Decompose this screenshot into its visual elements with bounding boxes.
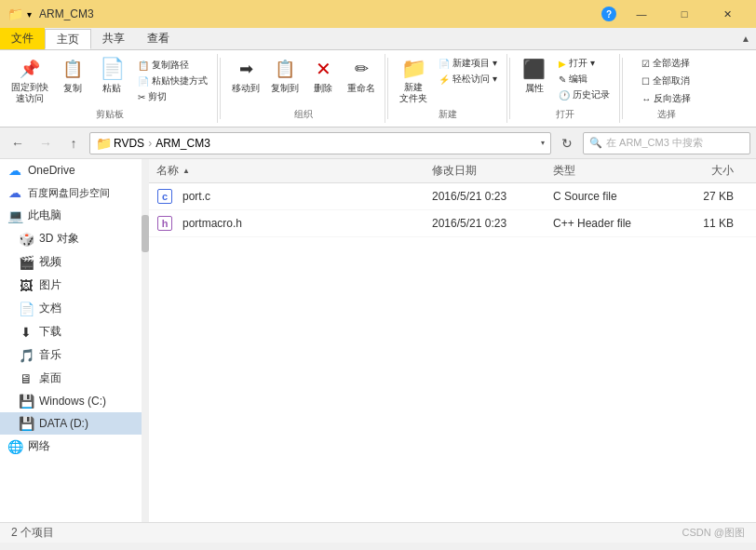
- copy-path-button[interactable]: 📋 复制路径: [134, 58, 211, 73]
- open-button[interactable]: ▶ 打开 ▾: [555, 56, 614, 71]
- minimize-button[interactable]: —: [620, 0, 663, 28]
- ribbon-content: 📌 固定到快速访问 📋 复制 📄 粘贴 📋 复制路径 📄: [0, 50, 756, 127]
- sep3: [509, 58, 510, 119]
- copy-path-icon: 📋: [138, 60, 149, 71]
- sidebar-item-network[interactable]: 🌐 网络: [0, 435, 142, 458]
- sidebar: ☁ OneDrive ☁ 百度网盘同步空间 💻 此电脑 🎲 3D 对象 🎬 视频: [0, 159, 142, 522]
- help-icon[interactable]: ?: [601, 7, 616, 21]
- delete-button[interactable]: ✕ 删除: [306, 56, 340, 97]
- paste-icon: 📄: [101, 58, 123, 80]
- file-size-portc: 27 KB: [674, 190, 749, 203]
- pin-button[interactable]: 📌 固定到快速访问: [7, 56, 52, 106]
- clipboard-group: 📌 固定到快速访问 📋 复制 📄 粘贴 📋 复制路径 📄: [2, 54, 218, 123]
- copy-button[interactable]: 📋 复制: [56, 56, 89, 97]
- ribbon-collapse-btn[interactable]: ▲: [736, 28, 756, 49]
- breadcrumb-bar[interactable]: 📁 RVDS › ARM_CM3 ▾: [89, 132, 551, 154]
- sidebar-item-3d-label: 3D 对象: [39, 231, 79, 247]
- col-date-header[interactable]: 修改日期: [432, 163, 553, 179]
- select-all-button[interactable]: ☑ 全部选择: [638, 56, 695, 71]
- sidebar-item-drive-d[interactable]: 💾 DATA (D:): [0, 412, 142, 435]
- rename-label: 重命名: [347, 82, 375, 95]
- breadcrumb-folder-icon: 📁: [96, 136, 112, 151]
- copy-to-label: 复制到: [271, 82, 299, 95]
- breadcrumb-chevron[interactable]: ▾: [541, 139, 545, 147]
- baidu-icon: ☁: [7, 185, 22, 200]
- select-none-label: 全部取消: [653, 74, 690, 87]
- sidebar-item-3d[interactable]: 🎲 3D 对象: [0, 227, 142, 250]
- col-name-header[interactable]: 名称 ▲: [156, 163, 432, 179]
- window-title: ARM_CM3: [39, 7, 94, 20]
- edit-button[interactable]: ✎ 编辑: [555, 72, 614, 87]
- c-icon-badge: c: [157, 189, 172, 204]
- sidebar-item-video[interactable]: 🎬 视频: [0, 250, 142, 274]
- up-button[interactable]: ↑: [61, 131, 86, 155]
- copy-to-button[interactable]: 📋 复制到: [267, 56, 303, 97]
- file-row[interactable]: h portmacro.h 2016/5/21 0:23 C++ Header …: [149, 210, 756, 237]
- paste-button[interactable]: 📄 粘贴: [93, 56, 130, 97]
- edit-label: 编辑: [569, 73, 587, 86]
- file-name-cell: c port.c: [156, 188, 432, 205]
- tab-share[interactable]: 共享: [91, 28, 136, 49]
- sidebar-item-this-pc[interactable]: 💻 此电脑: [0, 204, 142, 227]
- sidebar-scrollbar-thumb[interactable]: [142, 215, 149, 252]
- sidebar-item-onedrive[interactable]: ☁ OneDrive: [0, 159, 142, 181]
- maximize-button[interactable]: □: [663, 0, 706, 28]
- drive-c-icon: 💾: [19, 394, 34, 409]
- file-date-portc: 2016/5/21 0:23: [432, 190, 553, 203]
- move-to-label: 移动到: [232, 82, 260, 95]
- breadcrumb-rvds[interactable]: RVDS: [114, 137, 144, 150]
- copy-to-icon: 📋: [274, 58, 296, 80]
- move-to-button[interactable]: ➡ 移动到: [228, 56, 263, 97]
- cut-label: 剪切: [148, 90, 167, 103]
- status-bar: 2 个项目 CSDN @图图: [0, 522, 756, 543]
- sidebar-item-desktop[interactable]: 🖥 桌面: [0, 367, 142, 390]
- sidebar-item-baidu-label: 百度网盘同步空间: [28, 186, 110, 200]
- file-row[interactable]: c port.c 2016/5/21 0:23 C Source file 27…: [149, 183, 756, 210]
- new-label: 新建: [396, 108, 501, 121]
- sep4: [622, 58, 623, 119]
- file-area: 名称 ▲ 修改日期 类型 大小 c port.c: [149, 159, 756, 522]
- properties-button[interactable]: ⬛ 属性: [518, 56, 551, 97]
- sidebar-item-music[interactable]: 🎵 音乐: [0, 343, 142, 367]
- breadcrumb-arm[interactable]: ARM_CM3: [155, 137, 210, 150]
- easy-access-icon: ⚡: [439, 74, 450, 85]
- refresh-button[interactable]: ↻: [555, 131, 579, 155]
- close-button[interactable]: ✕: [706, 0, 749, 28]
- rename-button[interactable]: ✏ 重命名: [344, 56, 379, 97]
- new-item-button[interactable]: 📄 新建项目 ▾: [435, 56, 501, 71]
- select-none-button[interactable]: ☐ 全部取消: [638, 74, 695, 88]
- easy-access-button[interactable]: ⚡ 轻松访问 ▾: [435, 72, 501, 87]
- col-size-header[interactable]: 大小: [674, 163, 749, 179]
- sidebar-item-downloads[interactable]: ⬇ 下载: [0, 320, 142, 343]
- name-label: 名称: [156, 163, 179, 179]
- sidebar-item-this-pc-label: 此电脑: [28, 208, 61, 223]
- new-folder-button[interactable]: 📁 新建文件夹: [396, 56, 431, 106]
- forward-button[interactable]: →: [34, 131, 58, 155]
- sidebar-scrollbar[interactable]: [142, 159, 149, 522]
- sidebar-item-drive-d-label: DATA (D:): [39, 417, 88, 430]
- new-item-icon: 📄: [439, 59, 450, 69]
- date-label: 修改日期: [432, 164, 477, 177]
- 3d-icon: 🎲: [19, 232, 34, 247]
- tab-file[interactable]: 文件: [0, 28, 45, 49]
- history-button[interactable]: 🕐 历史记录: [555, 87, 614, 102]
- paste-shortcut-icon: 📄: [138, 76, 149, 87]
- tab-view[interactable]: 查看: [136, 28, 181, 49]
- back-button[interactable]: ←: [6, 131, 30, 155]
- sidebar-item-baidu[interactable]: ☁ 百度网盘同步空间: [0, 181, 142, 204]
- select-none-icon: ☐: [641, 76, 650, 87]
- sidebar-item-pictures[interactable]: 🖼 图片: [0, 274, 142, 297]
- tab-home[interactable]: 主页: [45, 29, 91, 49]
- cut-button[interactable]: ✂ 剪切: [134, 89, 211, 104]
- copy-icon: 📋: [61, 58, 84, 80]
- invert-select-button[interactable]: ↔ 反向选择: [638, 91, 695, 106]
- sidebar-item-drive-c[interactable]: 💾 Windows (C:): [0, 390, 142, 412]
- col-type-header[interactable]: 类型: [553, 163, 674, 179]
- open-icon: ▶: [559, 59, 566, 69]
- search-bar[interactable]: 🔍 在 ARM_CM3 中搜索: [583, 132, 750, 154]
- breadcrumb-sep: ›: [148, 137, 152, 150]
- paste-shortcut-button[interactable]: 📄 粘贴快捷方式: [134, 74, 211, 88]
- sidebar-item-docs[interactable]: 📄 文档: [0, 297, 142, 320]
- size-label: 大小: [711, 164, 734, 177]
- search-placeholder: 在 ARM_CM3 中搜索: [606, 136, 703, 150]
